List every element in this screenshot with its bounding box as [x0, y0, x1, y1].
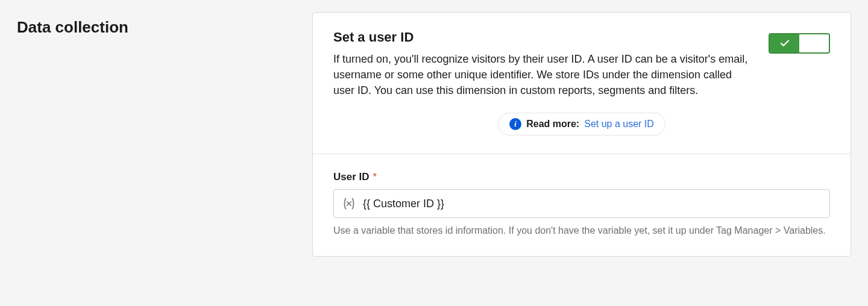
- user-id-input-wrapper[interactable]: [333, 189, 830, 218]
- info-icon: i: [509, 118, 521, 130]
- user-id-input[interactable]: [363, 198, 822, 210]
- user-id-field-section: User ID * Use a variable that stores id …: [313, 154, 851, 255]
- set-user-id-title: Set a user ID: [333, 30, 749, 45]
- read-more-pill: i Read more: Set up a user ID: [498, 113, 665, 136]
- settings-panel: Set a user ID If turned on, you'll recog…: [312, 12, 851, 257]
- section-header: Data collection: [17, 12, 300, 257]
- set-user-id-section: Set a user ID If turned on, you'll recog…: [313, 13, 851, 154]
- user-id-help-text: Use a variable that stores id informatio…: [333, 224, 830, 237]
- check-icon: [779, 38, 790, 49]
- toggle-off-state: [799, 34, 829, 52]
- variable-icon: [341, 196, 357, 211]
- section-title: Data collection: [17, 18, 300, 37]
- user-id-label: User ID: [333, 171, 370, 183]
- read-more-link[interactable]: Set up a user ID: [584, 119, 654, 130]
- set-user-id-toggle[interactable]: [769, 33, 830, 54]
- required-indicator: *: [373, 171, 377, 183]
- set-user-id-description: If turned on, you'll recognize visitors …: [333, 51, 749, 98]
- toggle-on-state: [770, 34, 799, 52]
- read-more-label: Read more:: [526, 119, 579, 130]
